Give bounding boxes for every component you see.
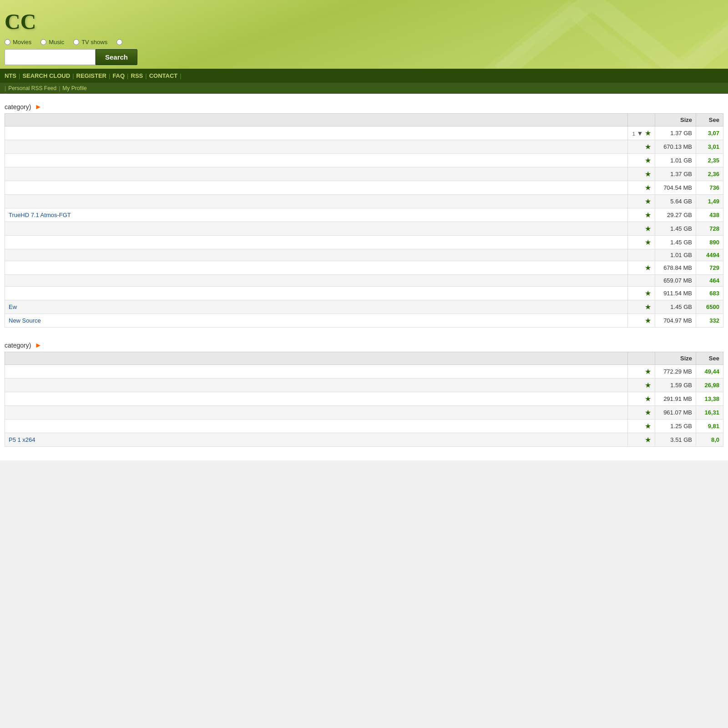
- col-size: Size: [655, 114, 696, 126]
- col2-seeds: See: [696, 352, 723, 365]
- table-row[interactable]: ★1.25 GB9,81: [5, 420, 723, 433]
- torrent-name[interactable]: TrueHD 7.1 Atmos-FGT: [5, 208, 628, 222]
- table-row[interactable]: 659.07 MB464: [5, 275, 723, 287]
- torrent-name[interactable]: [5, 167, 628, 181]
- star-icon[interactable]: ★: [645, 395, 651, 403]
- torrent-size: 1.37 GB: [655, 167, 696, 181]
- star-icon[interactable]: ★: [645, 170, 651, 178]
- search-input[interactable]: [5, 49, 96, 65]
- star-icon[interactable]: ★: [645, 225, 651, 233]
- table-row[interactable]: ★911.54 MB683: [5, 287, 723, 300]
- torrent-size: 704.54 MB: [655, 181, 696, 195]
- table-row[interactable]: New Source★704.97 MB332: [5, 314, 723, 328]
- torrent-seeds: 26,98: [696, 379, 723, 392]
- tab-other[interactable]: [116, 39, 122, 45]
- torrent-name[interactable]: [5, 406, 628, 420]
- star-icon[interactable]: ★: [645, 422, 651, 430]
- star-icon[interactable]: ★: [645, 264, 651, 272]
- torrent-name[interactable]: [5, 126, 628, 140]
- star-icon[interactable]: ★: [645, 409, 651, 416]
- table-row[interactable]: P5 1 x264★3.51 GB8,0: [5, 433, 723, 447]
- star-icon[interactable]: ★: [645, 381, 651, 389]
- star-icon[interactable]: ★: [645, 197, 651, 205]
- torrent-name[interactable]: [5, 261, 628, 275]
- star-icon[interactable]: ★: [645, 436, 651, 444]
- table-row[interactable]: ★291.91 MB13,38: [5, 392, 723, 406]
- nav-contact[interactable]: CONTACT: [149, 72, 178, 79]
- torrent-size: 659.07 MB: [655, 275, 696, 287]
- torrent-name[interactable]: [5, 140, 628, 154]
- table-row[interactable]: TrueHD 7.1 Atmos-FGT★29.27 GB438: [5, 208, 723, 222]
- table-row[interactable]: ★1.37 GB2,36: [5, 167, 723, 181]
- tab-movies[interactable]: Movies: [5, 39, 31, 46]
- torrent-name[interactable]: [5, 222, 628, 236]
- nav-faq[interactable]: FAQ: [112, 72, 125, 79]
- star-icon[interactable]: ★: [645, 211, 651, 219]
- torrent-name[interactable]: [5, 154, 628, 167]
- torrent-name[interactable]: P5 1 x264: [5, 433, 628, 447]
- star-icon[interactable]: ★: [645, 317, 651, 324]
- table-row[interactable]: ★1.59 GB26,98: [5, 379, 723, 392]
- nav-sep-4: |: [127, 72, 128, 79]
- tab-tvshows[interactable]: TV shows: [73, 39, 107, 46]
- nav-register[interactable]: REGISTER: [76, 72, 106, 79]
- table-row[interactable]: ★1.45 GB728: [5, 222, 723, 236]
- torrent-name[interactable]: [5, 195, 628, 208]
- table-row[interactable]: 1.01 GB4494: [5, 249, 723, 261]
- torrent-name[interactable]: [5, 287, 628, 300]
- tab-tvshows-radio[interactable]: [73, 39, 79, 45]
- nav-nts[interactable]: NTS: [5, 72, 16, 79]
- star-icon[interactable]: ★: [645, 238, 651, 246]
- nav-search-cloud[interactable]: SEARCH CLOUD: [22, 72, 70, 79]
- torrent-seeds: 4494: [696, 249, 723, 261]
- tab-music[interactable]: Music: [40, 39, 64, 46]
- torrent-name[interactable]: [5, 365, 628, 379]
- section2-rss-icon[interactable]: ►: [35, 341, 42, 349]
- table-row[interactable]: ★1.01 GB2,35: [5, 154, 723, 167]
- table-row[interactable]: 1 ▼ ★1.37 GB3,07: [5, 126, 723, 140]
- section1-table: Size See 1 ▼ ★1.37 GB3,07★670.13 MB3,01★…: [5, 113, 723, 328]
- torrent-name[interactable]: [5, 420, 628, 433]
- table-row[interactable]: ★5.64 GB1,49: [5, 195, 723, 208]
- torrent-name[interactable]: [5, 275, 628, 287]
- star-icon[interactable]: ★: [645, 368, 651, 375]
- torrent-icons: ★: [628, 420, 655, 433]
- site-logo: CC: [5, 10, 36, 34]
- star-icon[interactable]: ★: [645, 303, 651, 311]
- star-icon[interactable]: ★: [645, 129, 651, 137]
- torrent-name[interactable]: [5, 181, 628, 195]
- star-icon[interactable]: ★: [645, 143, 651, 151]
- table-row[interactable]: ★1.45 GB890: [5, 236, 723, 249]
- table-row[interactable]: ★678.84 MB729: [5, 261, 723, 275]
- search-button[interactable]: Search: [96, 49, 137, 65]
- star-icon[interactable]: ★: [645, 184, 651, 192]
- table-row[interactable]: ★670.13 MB3,01: [5, 140, 723, 154]
- tab-movies-radio[interactable]: [5, 39, 10, 45]
- torrent-name[interactable]: New Source: [5, 314, 628, 328]
- torrent-name[interactable]: [5, 236, 628, 249]
- table-row[interactable]: ★772.29 MB49,44: [5, 365, 723, 379]
- logo-area: CC: [0, 5, 728, 36]
- torrent-size: 5.64 GB: [655, 195, 696, 208]
- col2-icons: [628, 352, 655, 365]
- section1-category-label: category): [5, 103, 31, 111]
- torrent-name[interactable]: [5, 392, 628, 406]
- section1-rss-icon[interactable]: ►: [35, 103, 42, 111]
- star-icon[interactable]: ★: [645, 289, 651, 297]
- sub-nav-profile[interactable]: My Profile: [62, 85, 86, 91]
- star-icon[interactable]: ★: [645, 157, 651, 164]
- header: CC Movies Music TV shows Search: [0, 0, 728, 69]
- nav-rss[interactable]: RSS: [131, 72, 143, 79]
- table-row[interactable]: ★704.54 MB736: [5, 181, 723, 195]
- tab-other-radio[interactable]: [116, 39, 122, 45]
- sub-navigation: | Personal RSS Feed | My Profile: [0, 83, 728, 94]
- torrent-icons: ★: [628, 236, 655, 249]
- table-row[interactable]: ★961.07 MB16,31: [5, 406, 723, 420]
- table-row[interactable]: Ew★1.45 GB6500: [5, 300, 723, 314]
- torrent-name[interactable]: [5, 379, 628, 392]
- tab-music-radio[interactable]: [40, 39, 46, 45]
- torrent-name[interactable]: Ew: [5, 300, 628, 314]
- torrent-name[interactable]: [5, 249, 628, 261]
- sub-nav-rss-feed[interactable]: Personal RSS Feed: [8, 85, 56, 91]
- comment-icon[interactable]: ▼: [637, 130, 643, 137]
